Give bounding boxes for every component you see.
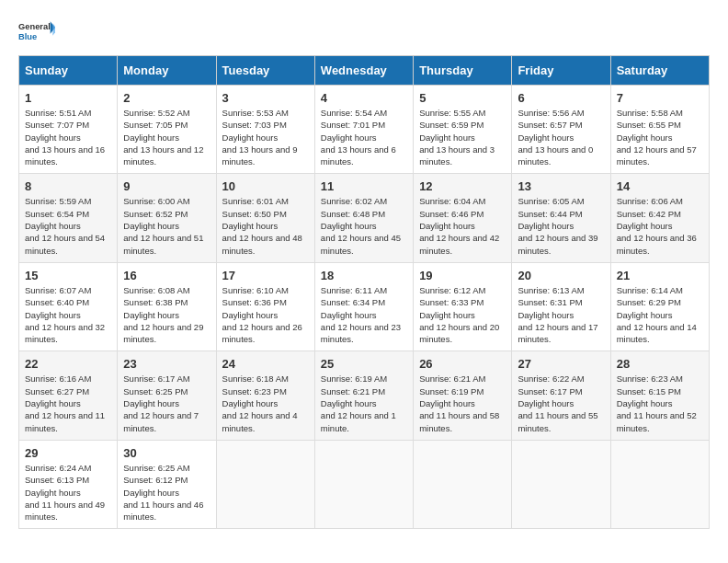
calendar-cell: 18 Sunrise: 6:11 AM Sunset: 6:34 PM Dayl… bbox=[314, 262, 413, 350]
day-info: Sunrise: 5:53 AM Sunset: 7:03 PM Dayligh… bbox=[222, 107, 309, 167]
column-header-wednesday: Wednesday bbox=[314, 56, 413, 86]
calendar-cell: 9 Sunrise: 6:00 AM Sunset: 6:52 PM Dayli… bbox=[118, 174, 216, 262]
calendar-cell: 22 Sunrise: 6:16 AM Sunset: 6:27 PM Dayl… bbox=[19, 351, 118, 440]
day-info: Sunrise: 6:17 AM Sunset: 6:25 PM Dayligh… bbox=[123, 373, 210, 433]
calendar-cell: 13 Sunrise: 6:05 AM Sunset: 6:44 PM Dayl… bbox=[512, 174, 610, 262]
column-header-saturday: Saturday bbox=[610, 56, 709, 86]
day-info: Sunrise: 5:51 AM Sunset: 7:07 PM Dayligh… bbox=[25, 107, 111, 167]
day-number: 2 bbox=[123, 91, 210, 105]
day-number: 8 bbox=[25, 179, 111, 193]
day-info: Sunrise: 6:23 AM Sunset: 6:15 PM Dayligh… bbox=[617, 373, 703, 433]
day-number: 17 bbox=[222, 269, 309, 282]
day-number: 15 bbox=[25, 269, 111, 282]
day-info: Sunrise: 5:52 AM Sunset: 7:05 PM Dayligh… bbox=[123, 107, 210, 167]
calendar-cell: 27 Sunrise: 6:22 AM Sunset: 6:17 PM Dayl… bbox=[512, 351, 610, 440]
calendar-cell bbox=[512, 440, 610, 528]
day-number: 30 bbox=[123, 446, 210, 460]
day-number: 12 bbox=[419, 179, 506, 193]
day-info: Sunrise: 6:24 AM Sunset: 6:13 PM Dayligh… bbox=[25, 462, 111, 523]
day-info: Sunrise: 5:59 AM Sunset: 6:54 PM Dayligh… bbox=[25, 195, 111, 256]
calendar-cell: 23 Sunrise: 6:17 AM Sunset: 6:25 PM Dayl… bbox=[118, 351, 216, 440]
calendar-cell: 15 Sunrise: 6:07 AM Sunset: 6:40 PM Dayl… bbox=[19, 262, 118, 350]
column-header-sunday: Sunday bbox=[19, 56, 118, 86]
day-number: 11 bbox=[321, 179, 407, 193]
day-info: Sunrise: 5:55 AM Sunset: 6:59 PM Dayligh… bbox=[419, 107, 506, 167]
calendar-cell: 6 Sunrise: 5:56 AM Sunset: 6:57 PM Dayli… bbox=[512, 86, 610, 174]
title-section bbox=[74, 18, 710, 20]
day-number: 16 bbox=[123, 269, 210, 282]
day-info: Sunrise: 6:16 AM Sunset: 6:27 PM Dayligh… bbox=[25, 373, 111, 433]
svg-text:General: General bbox=[18, 22, 51, 31]
day-info: Sunrise: 5:54 AM Sunset: 7:01 PM Dayligh… bbox=[321, 107, 407, 167]
day-number: 14 bbox=[617, 179, 703, 193]
calendar-cell: 28 Sunrise: 6:23 AM Sunset: 6:15 PM Dayl… bbox=[610, 351, 709, 440]
calendar-cell: 17 Sunrise: 6:10 AM Sunset: 6:36 PM Dayl… bbox=[216, 262, 314, 350]
day-info: Sunrise: 6:04 AM Sunset: 6:46 PM Dayligh… bbox=[419, 195, 506, 256]
calendar-cell: 30 Sunrise: 6:25 AM Sunset: 6:12 PM Dayl… bbox=[118, 440, 216, 528]
calendar-cell: 4 Sunrise: 5:54 AM Sunset: 7:01 PM Dayli… bbox=[314, 86, 413, 174]
calendar-cell: 8 Sunrise: 5:59 AM Sunset: 6:54 PM Dayli… bbox=[19, 174, 118, 262]
day-number: 26 bbox=[419, 357, 506, 371]
day-info: Sunrise: 6:12 AM Sunset: 6:33 PM Dayligh… bbox=[419, 284, 506, 345]
calendar-cell: 24 Sunrise: 6:18 AM Sunset: 6:23 PM Dayl… bbox=[216, 351, 314, 440]
column-header-tuesday: Tuesday bbox=[216, 56, 314, 86]
day-info: Sunrise: 6:22 AM Sunset: 6:17 PM Dayligh… bbox=[518, 373, 604, 433]
day-number: 24 bbox=[222, 357, 309, 371]
day-info: Sunrise: 6:06 AM Sunset: 6:42 PM Dayligh… bbox=[617, 195, 703, 256]
day-number: 7 bbox=[617, 91, 703, 105]
day-info: Sunrise: 6:13 AM Sunset: 6:31 PM Dayligh… bbox=[518, 284, 604, 345]
day-number: 13 bbox=[518, 179, 604, 193]
calendar-week-row: 8 Sunrise: 5:59 AM Sunset: 6:54 PM Dayli… bbox=[19, 174, 710, 262]
day-info: Sunrise: 6:18 AM Sunset: 6:23 PM Dayligh… bbox=[222, 373, 309, 433]
calendar-cell: 11 Sunrise: 6:02 AM Sunset: 6:48 PM Dayl… bbox=[314, 174, 413, 262]
day-info: Sunrise: 6:05 AM Sunset: 6:44 PM Dayligh… bbox=[518, 195, 604, 256]
calendar-cell: 3 Sunrise: 5:53 AM Sunset: 7:03 PM Dayli… bbox=[216, 86, 314, 174]
day-number: 3 bbox=[222, 91, 309, 105]
day-number: 18 bbox=[321, 269, 407, 282]
calendar-cell: 16 Sunrise: 6:08 AM Sunset: 6:38 PM Dayl… bbox=[118, 262, 216, 350]
svg-marker-3 bbox=[52, 23, 55, 35]
calendar-cell bbox=[414, 440, 512, 528]
day-info: Sunrise: 5:56 AM Sunset: 6:57 PM Dayligh… bbox=[518, 107, 604, 167]
day-info: Sunrise: 6:21 AM Sunset: 6:19 PM Dayligh… bbox=[419, 373, 506, 433]
calendar-table: SundayMondayTuesdayWednesdayThursdayFrid… bbox=[18, 55, 710, 529]
day-number: 23 bbox=[123, 357, 210, 371]
page-header: General Blue bbox=[18, 18, 710, 46]
day-number: 22 bbox=[25, 357, 111, 371]
day-info: Sunrise: 6:14 AM Sunset: 6:29 PM Dayligh… bbox=[617, 284, 703, 345]
calendar-cell bbox=[610, 440, 709, 528]
calendar-cell: 7 Sunrise: 5:58 AM Sunset: 6:55 PM Dayli… bbox=[610, 86, 709, 174]
day-number: 10 bbox=[222, 179, 309, 193]
calendar-cell: 5 Sunrise: 5:55 AM Sunset: 6:59 PM Dayli… bbox=[414, 86, 512, 174]
day-info: Sunrise: 6:00 AM Sunset: 6:52 PM Dayligh… bbox=[123, 195, 210, 256]
day-number: 1 bbox=[25, 91, 111, 105]
svg-text:Blue: Blue bbox=[18, 32, 37, 41]
column-header-friday: Friday bbox=[512, 56, 610, 86]
calendar-cell: 20 Sunrise: 6:13 AM Sunset: 6:31 PM Dayl… bbox=[512, 262, 610, 350]
day-info: Sunrise: 6:02 AM Sunset: 6:48 PM Dayligh… bbox=[321, 195, 407, 256]
calendar-cell: 19 Sunrise: 6:12 AM Sunset: 6:33 PM Dayl… bbox=[414, 262, 512, 350]
column-header-thursday: Thursday bbox=[414, 56, 512, 86]
day-number: 4 bbox=[321, 91, 407, 105]
calendar-cell: 14 Sunrise: 6:06 AM Sunset: 6:42 PM Dayl… bbox=[610, 174, 709, 262]
day-number: 19 bbox=[419, 269, 506, 282]
calendar-cell: 25 Sunrise: 6:19 AM Sunset: 6:21 PM Dayl… bbox=[314, 351, 413, 440]
day-number: 21 bbox=[617, 269, 703, 282]
day-number: 9 bbox=[123, 179, 210, 193]
calendar-header-row: SundayMondayTuesdayWednesdayThursdayFrid… bbox=[19, 56, 710, 86]
calendar-cell bbox=[216, 440, 314, 528]
calendar-cell: 2 Sunrise: 5:52 AM Sunset: 7:05 PM Dayli… bbox=[118, 86, 216, 174]
calendar-cell: 21 Sunrise: 6:14 AM Sunset: 6:29 PM Dayl… bbox=[610, 262, 709, 350]
day-number: 5 bbox=[419, 91, 506, 105]
calendar-cell: 1 Sunrise: 5:51 AM Sunset: 7:07 PM Dayli… bbox=[19, 86, 118, 174]
day-number: 25 bbox=[321, 357, 407, 371]
calendar-week-row: 29 Sunrise: 6:24 AM Sunset: 6:13 PM Dayl… bbox=[19, 440, 710, 528]
day-number: 29 bbox=[25, 446, 111, 460]
day-number: 28 bbox=[617, 357, 703, 371]
calendar-cell: 29 Sunrise: 6:24 AM Sunset: 6:13 PM Dayl… bbox=[19, 440, 118, 528]
day-info: Sunrise: 6:11 AM Sunset: 6:34 PM Dayligh… bbox=[321, 284, 407, 345]
calendar-cell: 10 Sunrise: 6:01 AM Sunset: 6:50 PM Dayl… bbox=[216, 174, 314, 262]
logo: General Blue bbox=[18, 18, 55, 46]
calendar-cell: 26 Sunrise: 6:21 AM Sunset: 6:19 PM Dayl… bbox=[414, 351, 512, 440]
day-info: Sunrise: 6:07 AM Sunset: 6:40 PM Dayligh… bbox=[25, 284, 111, 345]
